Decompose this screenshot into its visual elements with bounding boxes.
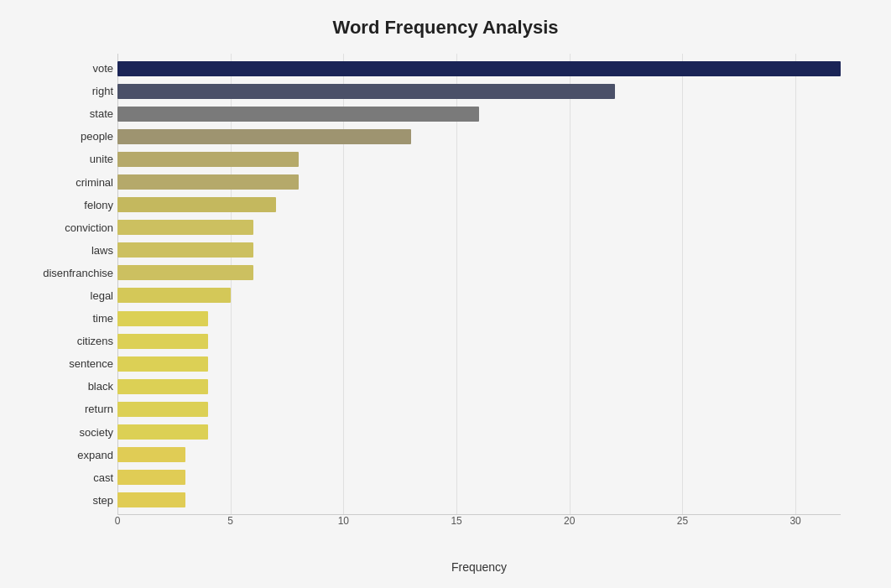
bar xyxy=(117,492,185,507)
bar xyxy=(117,379,208,394)
bar xyxy=(117,197,276,212)
bar-row: people xyxy=(117,127,841,146)
bar-row: legal xyxy=(117,286,841,304)
bar-row: society xyxy=(117,423,841,441)
bar-label: citizens xyxy=(13,335,113,347)
bar-label: vote xyxy=(13,62,113,75)
bar-label: conviction xyxy=(13,221,113,234)
bar-label: criminal xyxy=(13,176,113,189)
bar xyxy=(117,61,841,76)
bar xyxy=(117,242,253,258)
bar-label: sentence xyxy=(13,357,113,370)
bar xyxy=(117,288,231,303)
bar-label: society xyxy=(13,426,113,439)
bar xyxy=(117,107,479,122)
bar xyxy=(117,311,208,326)
bar-label: return xyxy=(13,403,113,415)
x-tick: 10 xyxy=(338,515,349,527)
bar-row: sentence xyxy=(117,355,841,373)
bar-row: conviction xyxy=(117,218,841,237)
bar xyxy=(117,402,208,417)
bar-label: state xyxy=(13,107,113,120)
bar-row: citizens xyxy=(117,332,841,351)
x-tick: 0 xyxy=(115,515,121,527)
bar xyxy=(117,334,208,349)
bar-row: black xyxy=(117,377,841,396)
bar-label: legal xyxy=(13,289,113,302)
bar xyxy=(117,129,411,144)
bar-row: vote xyxy=(117,60,841,78)
bar-row: right xyxy=(117,82,841,101)
bars-area: voterightstatepeopleunitecriminalfelonyc… xyxy=(117,54,841,515)
bar-label: time xyxy=(13,312,113,325)
bar-row: unite xyxy=(117,150,841,169)
bar-label: cast xyxy=(13,471,113,484)
bar-label: expand xyxy=(13,449,113,461)
x-tick: 20 xyxy=(564,515,575,527)
bar xyxy=(117,265,253,280)
bar-label: step xyxy=(13,494,113,507)
bar-row: step xyxy=(117,491,841,509)
bar-label: people xyxy=(13,130,113,143)
bar-label: disenfranchise xyxy=(13,267,113,279)
bar-row: disenfranchise xyxy=(117,263,841,282)
bar-label: unite xyxy=(13,153,113,165)
bar xyxy=(117,424,208,440)
bar-row: return xyxy=(117,400,841,419)
bar-label: black xyxy=(13,380,113,393)
bar-row: time xyxy=(117,310,841,328)
bar-label: felony xyxy=(13,199,113,211)
x-axis: Frequency 051015202530 xyxy=(117,515,841,540)
bar-label: laws xyxy=(13,244,113,257)
x-tick: 30 xyxy=(789,515,800,527)
bar-label: right xyxy=(13,85,113,97)
bar xyxy=(117,174,299,190)
bar xyxy=(117,447,185,462)
bar xyxy=(117,356,208,372)
chart-container: Word Frequency Analysis voterightstatepe… xyxy=(0,0,891,588)
x-tick: 5 xyxy=(227,515,233,527)
bar-row: expand xyxy=(117,445,841,464)
bar xyxy=(117,470,185,485)
bar xyxy=(117,152,299,167)
bar xyxy=(117,220,253,235)
bar-row: state xyxy=(117,105,841,123)
bar-row: laws xyxy=(117,241,841,259)
bar-row: cast xyxy=(117,468,841,487)
bar-row: criminal xyxy=(117,173,841,191)
x-tick: 25 xyxy=(677,515,688,527)
chart-area: voterightstatepeopleunitecriminalfelonyc… xyxy=(117,54,841,540)
bar-row: felony xyxy=(117,195,841,214)
x-axis-label: Frequency xyxy=(451,560,507,574)
x-tick: 15 xyxy=(451,515,461,527)
bar xyxy=(117,84,615,99)
chart-title: Word Frequency Analysis xyxy=(50,17,841,39)
